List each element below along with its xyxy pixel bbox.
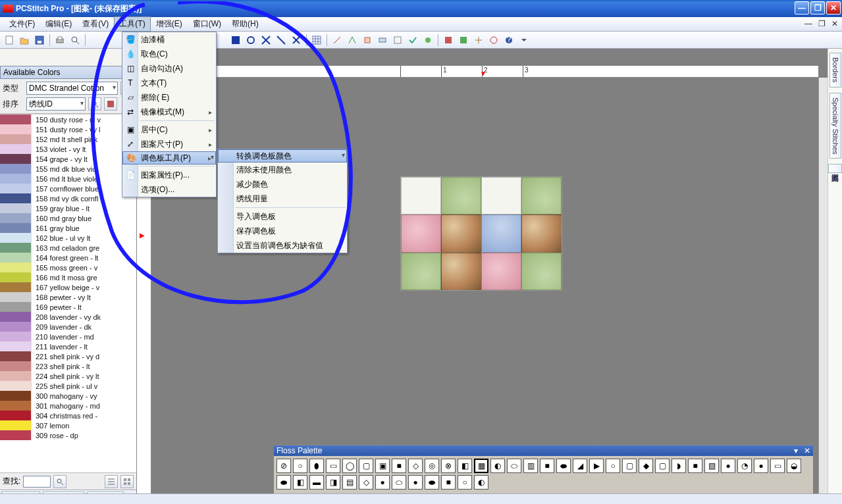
menu-view[interactable]: 查看(V) xyxy=(77,16,114,32)
floss-swatch[interactable]: ⬭ xyxy=(507,459,521,473)
color-row[interactable]: 157 cornflower blue xyxy=(0,184,136,193)
mdi-restore[interactable]: ❐ xyxy=(817,19,826,28)
floss-swatch[interactable]: ⬬ xyxy=(556,459,571,473)
floss-swatch[interactable]: ■ xyxy=(392,459,406,473)
color-row[interactable]: 156 md lt blue violet xyxy=(0,174,136,184)
submenu-floss-usage[interactable]: 绣线用量 xyxy=(218,191,347,206)
vertical-scrollbar[interactable] xyxy=(818,78,828,494)
fill-quarter-button[interactable] xyxy=(275,34,288,47)
tool-extra-4[interactable] xyxy=(376,34,389,47)
color-row[interactable]: 209 lavender - dk xyxy=(0,322,136,332)
floss-swatch[interactable]: ▬ xyxy=(309,475,324,490)
menu-tools[interactable]: 工具(T) xyxy=(114,16,150,32)
tab-browser[interactable]: 图案浏览器 xyxy=(828,164,842,173)
menu-item-mirror[interactable]: ⇄镜像模式(M)▸ xyxy=(122,105,216,119)
fill-fullstitch-button[interactable] xyxy=(229,34,242,47)
open-button[interactable] xyxy=(18,34,31,47)
menu-item-auto-backstitch[interactable]: ◫自动勾边(A) xyxy=(122,61,216,76)
floss-swatch[interactable]: ◐ xyxy=(474,475,488,490)
find-input[interactable] xyxy=(23,476,51,488)
floss-swatch[interactable]: ● xyxy=(375,475,390,490)
help-button[interactable]: ? xyxy=(502,34,515,47)
color-row[interactable]: 211 lavender - lt xyxy=(0,341,136,351)
floss-swatch[interactable]: ◧ xyxy=(293,475,307,490)
color-row[interactable]: 309 rose - dp xyxy=(0,430,136,440)
color-row[interactable]: 166 md lt moss gre xyxy=(0,272,136,282)
sort-select[interactable]: 绣线ID xyxy=(26,97,86,111)
floss-swatch[interactable]: ◎ xyxy=(425,459,439,473)
floss-swatch[interactable]: ◐ xyxy=(490,459,505,473)
tool-extra-11[interactable] xyxy=(487,34,500,47)
mdi-minimize[interactable]: — xyxy=(804,19,813,28)
floss-swatch[interactable]: ▣ xyxy=(375,459,390,473)
color-row[interactable]: 169 pewter - lt xyxy=(0,302,136,312)
grid-view-button[interactable] xyxy=(120,475,134,488)
color-row[interactable]: 153 violet - vy lt xyxy=(0,144,136,154)
color-row[interactable]: 168 pewter - vy lt xyxy=(0,292,136,302)
color-row[interactable]: 150 dusty rose - ul v xyxy=(0,114,136,124)
floss-swatch[interactable]: ▢ xyxy=(359,459,373,473)
preview-button[interactable] xyxy=(68,34,82,47)
floss-swatch[interactable]: ◧ xyxy=(458,459,472,473)
menu-item-center[interactable]: ▣居中(C)▸ xyxy=(122,122,216,137)
color-row[interactable]: 163 md celadon gre xyxy=(0,243,136,253)
menu-item-text[interactable]: T文本(T) xyxy=(122,76,216,90)
floss-swatch[interactable]: ⊗ xyxy=(441,459,456,473)
fill-half2-button[interactable] xyxy=(259,34,273,47)
floss-swatch[interactable]: ◆ xyxy=(639,459,653,473)
tool-extra-7[interactable] xyxy=(421,34,434,47)
floss-swatch[interactable]: ▭ xyxy=(326,459,340,473)
tool-extra-8[interactable] xyxy=(442,34,455,47)
color-list[interactable]: 150 dusty rose - ul v151 dusty rose - vy… xyxy=(0,114,136,472)
color-row[interactable]: 158 md vy dk cornfl xyxy=(0,193,136,203)
canvas[interactable] xyxy=(151,78,818,494)
floss-swatch[interactable]: ◢ xyxy=(573,459,587,473)
menu-file[interactable]: 文件(F) xyxy=(4,16,40,32)
menu-item-erase[interactable]: ▱擦除( E) xyxy=(122,90,216,105)
color-row[interactable]: 165 moss green - v xyxy=(0,263,136,272)
color-row[interactable]: 159 gray blue - lt xyxy=(0,203,136,213)
mdi-close[interactable]: ✕ xyxy=(830,19,839,28)
floss-swatch[interactable]: ○ xyxy=(293,459,307,473)
menu-help[interactable]: 帮助(H) xyxy=(226,16,264,32)
window-maximize-button[interactable]: ❐ xyxy=(810,1,825,14)
color-row[interactable]: 155 md dk blue viol xyxy=(0,164,136,174)
submenu-save-palette[interactable]: 保存调色板 xyxy=(218,224,347,238)
list-view-button[interactable] xyxy=(105,475,118,488)
color-row[interactable]: 164 forest green - lt xyxy=(0,253,136,263)
tool-extra-5[interactable] xyxy=(391,34,404,47)
floss-swatch[interactable]: ● xyxy=(754,459,768,473)
tool-extra-2[interactable] xyxy=(346,34,359,47)
floss-swatch[interactable]: ⬬ xyxy=(276,475,291,490)
menu-item-options[interactable]: 选项(O)... xyxy=(122,182,216,197)
submenu-convert-colors[interactable]: 转换调色板颜色 xyxy=(218,149,347,163)
tool-extra-6[interactable] xyxy=(406,34,419,47)
color-row[interactable]: 304 christmas red - xyxy=(0,411,136,420)
floss-swatch[interactable]: ■ xyxy=(441,475,456,490)
floss-swatch[interactable]: ◒ xyxy=(787,459,801,473)
color-row[interactable]: 300 mahogany - vy xyxy=(0,391,136,401)
submenu-set-default[interactable]: 设置当前调色板为缺省值 xyxy=(218,238,347,253)
tab-specialty[interactable]: Specialty Stitches xyxy=(829,93,841,159)
menu-item-palette-tools[interactable]: 🎨调色板工具(P)▸ xyxy=(122,151,216,164)
grid-toggle-button[interactable] xyxy=(310,34,323,47)
submenu-import-palette[interactable]: 导入调色板 xyxy=(218,209,347,224)
floss-swatch[interactable]: ⊘ xyxy=(276,459,291,473)
window-close-button[interactable]: ✕ xyxy=(826,1,841,14)
color-row[interactable]: 210 lavender - md xyxy=(0,332,136,341)
color-row[interactable]: 223 shell pink - lt xyxy=(0,361,136,371)
floss-swatch[interactable]: ● xyxy=(408,475,423,490)
menu-item-size[interactable]: ⤢图案尺寸(P)▸ xyxy=(122,137,216,151)
type-select[interactable]: DMC Strandel Cotton xyxy=(26,82,118,95)
floss-swatch[interactable]: ◗ xyxy=(671,459,686,473)
toolbar-dropdown[interactable] xyxy=(517,34,531,47)
floss-swatch[interactable]: ▭ xyxy=(770,459,785,473)
menu-item-bucket[interactable]: 🪣油漆桶 xyxy=(122,32,216,47)
color-row[interactable]: 154 grape - vy lt xyxy=(0,154,136,164)
menu-enhance[interactable]: 增强(E) xyxy=(151,16,188,32)
floss-swatch[interactable]: ▦ xyxy=(474,459,488,473)
color-row[interactable]: 152 md lt shell pink xyxy=(0,134,136,144)
floss-swatch[interactable]: ▢ xyxy=(622,459,637,473)
color-row[interactable]: 208 lavender - vy dk xyxy=(0,312,136,322)
color-row[interactable]: 307 lemon xyxy=(0,420,136,430)
